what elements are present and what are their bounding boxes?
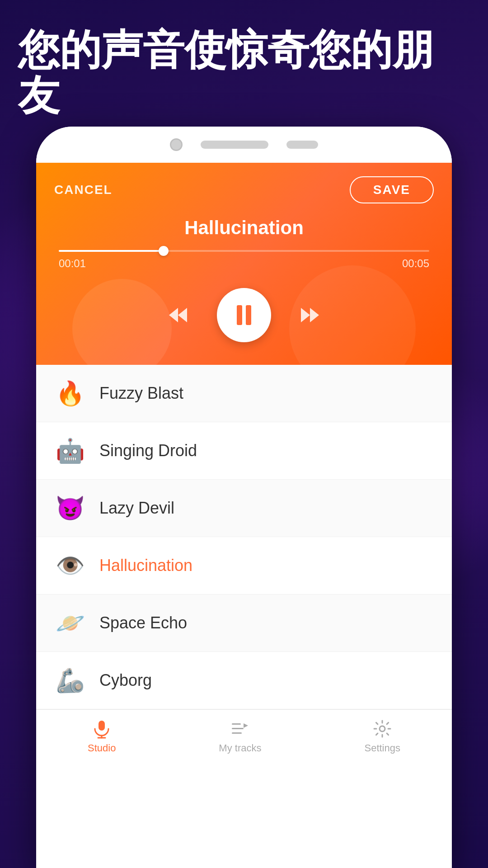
effect-item-singing-droid[interactable]: 🤖Singing Droid — [36, 422, 452, 480]
effect-name-cyborg: Cyborg — [99, 671, 152, 690]
effect-name-fuzzy-blast: Fuzzy Blast — [99, 384, 183, 403]
progress-fill — [59, 250, 163, 252]
tab-settings[interactable]: Settings — [364, 719, 400, 754]
effect-item-cyborg[interactable]: 🦾Cyborg — [36, 652, 452, 709]
fast-forward-button[interactable] — [298, 305, 322, 325]
effect-name-lazy-devil: Lazy Devil — [99, 499, 174, 518]
tab-studio[interactable]: Studio — [88, 719, 116, 754]
effect-name-singing-droid: Singing Droid — [99, 441, 197, 460]
player-header: CANCEL SAVE — [54, 176, 434, 203]
effect-icon-hallucination: 👁️ — [54, 550, 86, 581]
effect-item-lazy-devil[interactable]: 😈Lazy Devil — [36, 480, 452, 537]
svg-rect-5 — [232, 732, 242, 734]
tab-studio-label: Studio — [88, 742, 116, 754]
pause-icon — [237, 305, 251, 325]
phone-camera — [170, 138, 183, 151]
effect-name-hallucination: Hallucination — [99, 556, 192, 575]
progress-track — [59, 250, 429, 252]
svg-marker-6 — [244, 723, 248, 728]
pause-button[interactable] — [217, 288, 271, 342]
player-card: CANCEL SAVE Hallucination 00:01 00:05 — [36, 163, 452, 365]
svg-rect-3 — [232, 723, 241, 725]
svg-rect-4 — [232, 728, 244, 729]
playback-controls — [54, 288, 434, 342]
effect-icon-cyborg: 🦾 — [54, 665, 86, 696]
progress-bar-container[interactable]: 00:01 00:05 — [59, 250, 429, 270]
tab-settings-label: Settings — [364, 742, 400, 754]
effect-item-fuzzy-blast[interactable]: 🔥Fuzzy Blast — [36, 365, 452, 422]
rewind-button[interactable] — [166, 305, 190, 325]
progress-thumb[interactable] — [159, 246, 169, 256]
effect-icon-space-echo: 🪐 — [54, 607, 86, 639]
effect-icon-fuzzy-blast: 🔥 — [54, 377, 86, 409]
phone-sensor — [286, 141, 318, 149]
effect-icon-singing-droid: 🤖 — [54, 435, 86, 467]
cancel-button[interactable]: CANCEL — [54, 183, 113, 197]
page-headline: 您的声音使惊奇您的朋友 — [18, 27, 470, 118]
effect-item-space-echo[interactable]: 🪐Space Echo — [36, 594, 452, 652]
tab-my-tracks[interactable]: My tracks — [219, 719, 261, 754]
effect-list: 🔥Fuzzy Blast🤖Singing Droid😈Lazy Devil👁️H… — [36, 365, 452, 709]
track-title: Hallucination — [54, 217, 434, 239]
phone-frame: CANCEL SAVE Hallucination 00:01 00:05 — [36, 127, 452, 868]
time-labels: 00:01 00:05 — [59, 257, 429, 270]
tab-my-tracks-label: My tracks — [219, 742, 261, 754]
time-current: 00:01 — [59, 257, 86, 270]
effect-item-hallucination[interactable]: 👁️Hallucination — [36, 537, 452, 594]
svg-point-7 — [380, 726, 385, 731]
svg-rect-0 — [99, 721, 105, 731]
tab-bar: Studio My tracks Settings — [36, 709, 452, 768]
save-button[interactable]: SAVE — [350, 176, 434, 203]
effect-icon-lazy-devil: 😈 — [54, 492, 86, 524]
effect-name-space-echo: Space Echo — [99, 613, 187, 632]
phone-top-bar — [36, 127, 452, 163]
phone-speaker — [201, 141, 268, 149]
time-total: 00:05 — [402, 257, 429, 270]
